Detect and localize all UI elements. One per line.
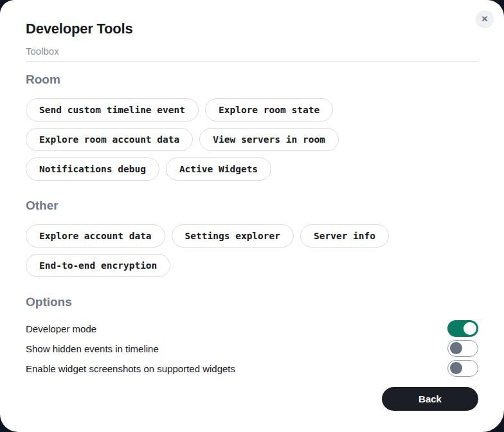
options-section: Options Developer mode Show hidden event… bbox=[26, 277, 478, 379]
tool-button[interactable]: Active Widgets bbox=[166, 158, 271, 181]
tool-button[interactable]: Notifications debug bbox=[26, 158, 159, 181]
toggle-switch[interactable] bbox=[447, 360, 478, 377]
option-row: Enable widget screenshots on supported w… bbox=[26, 359, 478, 378]
option-label: Developer mode bbox=[26, 323, 96, 334]
tool-button[interactable]: Explore room account data bbox=[26, 128, 193, 151]
tool-button[interactable]: Server info bbox=[300, 224, 389, 248]
tool-button[interactable]: Send custom timeline event bbox=[26, 98, 199, 122]
section-heading-options: Options bbox=[26, 294, 478, 309]
close-button[interactable]: ✕ bbox=[476, 10, 494, 28]
dialog-footer: Back bbox=[26, 387, 478, 411]
section-heading-other: Other bbox=[26, 198, 478, 213]
developer-tools-dialog: ✕ Developer Tools Toolbox Room Send cust… bbox=[0, 0, 504, 432]
tool-button[interactable]: View servers in room bbox=[199, 128, 339, 151]
back-button[interactable]: Back bbox=[382, 387, 478, 411]
tool-section: Other Explore account data Settings expl… bbox=[26, 198, 478, 277]
tool-button-row: Explore account data Settings explorer S… bbox=[26, 224, 478, 277]
tool-sections: Room Send custom timeline event Explore … bbox=[26, 62, 478, 277]
toolbox-breadcrumb: Toolbox bbox=[26, 45, 478, 62]
toggle-knob bbox=[464, 322, 476, 335]
tool-button-row: Send custom timeline event Explore room … bbox=[26, 98, 478, 181]
toggle-knob bbox=[450, 342, 462, 354]
option-row: Developer mode bbox=[26, 319, 478, 338]
option-label: Show hidden events in timeline bbox=[26, 343, 159, 354]
option-label: Enable widget screenshots on supported w… bbox=[26, 363, 235, 374]
option-rows: Developer mode Show hidden events in tim… bbox=[26, 319, 478, 378]
close-icon: ✕ bbox=[482, 14, 489, 24]
dialog-title: Developer Tools bbox=[26, 21, 478, 37]
toggle-switch[interactable] bbox=[447, 340, 478, 357]
tool-button[interactable]: Explore room state bbox=[205, 98, 333, 122]
option-row: Show hidden events in timeline bbox=[26, 339, 478, 358]
toggle-switch[interactable] bbox=[447, 320, 478, 337]
tool-button[interactable]: Settings explorer bbox=[172, 224, 294, 248]
section-heading-room: Room bbox=[26, 72, 478, 87]
tool-button[interactable]: End-to-end encryption bbox=[26, 254, 170, 277]
tool-button[interactable]: Explore account data bbox=[26, 224, 165, 248]
tool-section: Room Send custom timeline event Explore … bbox=[26, 72, 478, 181]
toggle-knob bbox=[450, 362, 462, 374]
